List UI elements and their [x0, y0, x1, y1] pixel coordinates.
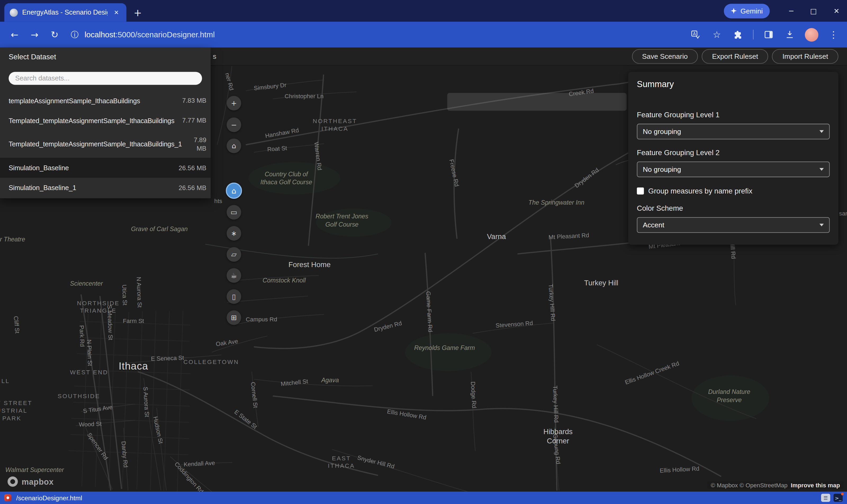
group-measures-checkbox[interactable] [637, 187, 644, 195]
toolbar-partial-label: s [213, 52, 216, 60]
select-dataset-dropdown[interactable]: Select Dataset [0, 48, 211, 66]
tab-close-icon[interactable]: ✕ [112, 8, 121, 17]
color-scheme-value: Accent [643, 221, 664, 229]
bookmark-star-icon[interactable]: ☆ [711, 29, 723, 40]
dataset-item[interactable]: templateAssignmentSample_IthacaBuildings… [0, 91, 211, 111]
grouping-level-1-select[interactable]: No grouping [637, 124, 830, 139]
dataset-item[interactable]: Templated_templateAssignmentSample_Ithac… [0, 111, 211, 131]
zoom-out-button[interactable]: − [227, 118, 241, 132]
url-host: localhost [85, 30, 115, 39]
dataset-size: 7.83 MB [142, 96, 206, 105]
profile-avatar[interactable] [805, 28, 818, 41]
group-measures-label: Group measures by name prefix [648, 187, 753, 195]
chevron-down-icon [819, 130, 824, 133]
attribution-text: © Mapbox © OpenStreetMap [711, 482, 788, 488]
reset-view-button[interactable]: ⌂ [227, 139, 241, 153]
chevron-down-icon [819, 168, 824, 171]
dataset-item[interactable]: Simulation_Baseline 26.56 MB [0, 158, 211, 178]
summary-title: Summary [637, 79, 830, 89]
improve-map-link[interactable]: Improve this map [791, 482, 840, 488]
status-bar: /scenarioDesigner.html ☰ >_ [0, 491, 847, 504]
chevron-down-icon [819, 224, 824, 226]
dataset-name: templateAssignmentSample_IthacaBuildings [9, 97, 140, 105]
gemini-star-icon [731, 8, 737, 14]
gemini-button[interactable]: Gemini [724, 3, 770, 18]
dataset-size: 26.56 MB [78, 183, 206, 192]
device-tool-button[interactable]: ▯ [227, 289, 241, 304]
grouping-level-2-label: Feature Grouping Level 2 [637, 148, 830, 157]
gemini-label: Gemini [740, 7, 762, 15]
dataset-panel-title: Select Dataset [9, 53, 56, 61]
new-tab-button[interactable]: + [131, 3, 145, 21]
browser-tab[interactable]: EnergyAtlas - Scenario Desig ✕ [4, 3, 126, 21]
color-scheme-label: Color Scheme [637, 204, 830, 212]
reload-button[interactable]: ↻ [48, 29, 62, 40]
window-close-button[interactable]: ✕ [833, 7, 839, 15]
status-console-icon[interactable]: >_ [833, 494, 843, 502]
dataset-size: 26.56 MB [71, 164, 206, 172]
toolbar-divider [753, 30, 754, 39]
dataset-item[interactable]: Simulation_Baseline_1 26.56 MB [0, 178, 211, 198]
import-ruleset-button[interactable]: Import Ruleset [772, 49, 838, 64]
downloads-icon[interactable] [784, 29, 796, 40]
address-bar[interactable]: ⓘ localhost:5000/scenarioDesigner.html [71, 30, 681, 40]
dataset-name: Templated_templateAssignmentSample_Ithac… [9, 117, 175, 125]
dataset-size: 7.89 MB [184, 136, 206, 153]
export-ruleset-button[interactable]: Export Ruleset [702, 49, 769, 64]
dataset-panel: Select Dataset templateAssignmentSample_… [0, 48, 211, 199]
back-button[interactable]: ← [8, 29, 22, 40]
mapbox-logo[interactable]: mapbox [8, 476, 54, 487]
home-tool-button[interactable]: ⌂ [226, 183, 242, 199]
dataset-name: Templated_templateAssignmentSample_Ithac… [9, 141, 182, 148]
dataset-size: 7.77 MB [177, 116, 206, 125]
zoom-in-button[interactable]: + [227, 96, 241, 110]
dataset-search-input[interactable] [9, 72, 202, 85]
status-favicon-icon [4, 494, 12, 501]
save-scenario-button[interactable]: Save Scenario [632, 49, 698, 64]
star-tool-button[interactable]: ∗ [227, 226, 241, 240]
browser-titlebar: EnergyAtlas - Scenario Desig ✕ + Gemini … [0, 0, 847, 22]
site-info-icon[interactable]: ⓘ [71, 30, 78, 40]
browser-menu-icon[interactable]: ⋮ [828, 29, 840, 40]
folder-tool-button[interactable]: ▱ [227, 247, 241, 262]
grouping-level-2-value: No grouping [643, 165, 681, 174]
forward-button[interactable]: → [28, 29, 41, 40]
color-scheme-select[interactable]: Accent [637, 217, 830, 233]
dataset-item[interactable]: Templated_templateAssignmentSample_Ithac… [0, 131, 211, 158]
teapot-tool-button[interactable]: ☕ [227, 268, 241, 283]
screen: EnergyAtlas - Scenario Desig ✕ + Gemini … [0, 0, 847, 504]
browser-navbar: ← → ↻ ⓘ localhost:5000/scenarioDesigner.… [0, 22, 847, 48]
grid-tool-button[interactable]: ⊞ [227, 310, 241, 325]
extensions-puzzle-icon[interactable] [732, 29, 744, 40]
grouping-level-1-value: No grouping [643, 128, 681, 136]
window-maximize-button[interactable]: □ [810, 7, 817, 15]
dataset-name: Simulation_Baseline [9, 164, 69, 172]
tab-favicon-icon [10, 8, 18, 17]
grouping-level-1-label: Feature Grouping Level 1 [637, 111, 830, 119]
summary-panel: Summary Feature Grouping Level 1 No grou… [628, 72, 838, 245]
mapbox-logo-text: mapbox [22, 477, 54, 486]
side-panel-icon[interactable] [763, 29, 775, 40]
dataset-list: templateAssignmentSample_IthacaBuildings… [0, 91, 211, 198]
map-attribution: © Mapbox © OpenStreetMapImprove this map [707, 481, 844, 489]
dataset-name: Simulation_Baseline_1 [9, 184, 76, 192]
grouping-level-2-select[interactable]: No grouping [637, 161, 830, 177]
status-path: /scenarioDesigner.html [16, 494, 82, 502]
measure-tool-button[interactable]: ▭ [227, 205, 241, 219]
tab-title: EnergyAtlas - Scenario Desig [22, 9, 107, 16]
svg-text:A: A [693, 32, 696, 36]
window-minimize-button[interactable]: ─ [789, 7, 794, 15]
toolbar-buttons: Save Scenario Export Ruleset Import Rule… [632, 49, 838, 64]
url-path: :5000/scenarioDesigner.html [115, 30, 215, 39]
map-overlay-bar [447, 93, 627, 111]
status-list-icon[interactable]: ☰ [821, 494, 830, 502]
translate-icon[interactable]: A [690, 29, 702, 40]
mapbox-logo-icon [8, 476, 18, 487]
